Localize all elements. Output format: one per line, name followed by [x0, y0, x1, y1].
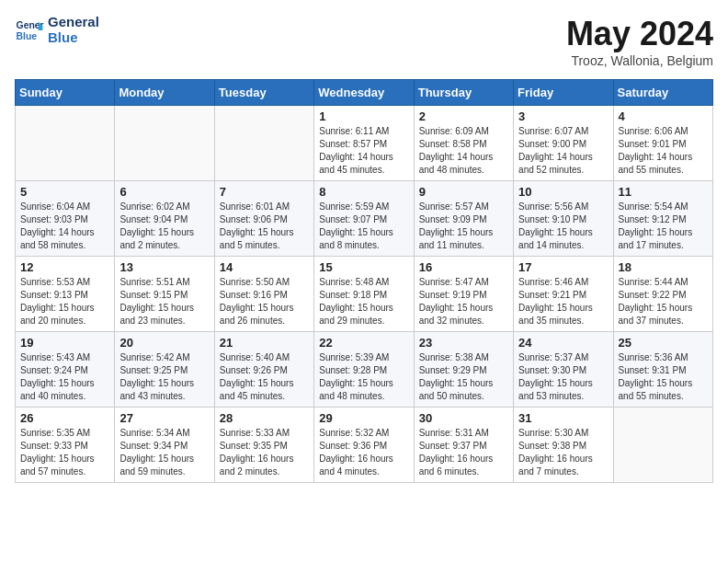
calendar-cell: 26Sunrise: 5:35 AMSunset: 9:33 PMDayligh…	[16, 408, 115, 483]
calendar-cell: 12Sunrise: 5:53 AMSunset: 9:13 PMDayligh…	[16, 257, 115, 332]
calendar-cell: 16Sunrise: 5:47 AMSunset: 9:19 PMDayligh…	[414, 257, 513, 332]
day-info: Sunrise: 6:06 AMSunset: 9:01 PMDaylight:…	[619, 125, 708, 177]
calendar-week-2: 5Sunrise: 6:04 AMSunset: 9:03 PMDaylight…	[16, 181, 713, 257]
day-info: Sunrise: 5:40 AMSunset: 9:26 PMDaylight:…	[220, 351, 309, 403]
calendar-cell: 6Sunrise: 6:02 AMSunset: 9:04 PMDaylight…	[115, 181, 214, 257]
day-number: 2	[419, 109, 508, 123]
day-info: Sunrise: 5:51 AMSunset: 9:15 PMDaylight:…	[119, 276, 209, 327]
calendar-cell	[115, 106, 214, 181]
calendar-cell	[214, 106, 313, 181]
day-number: 17	[518, 260, 608, 274]
day-number: 26	[20, 411, 109, 425]
calendar-cell: 22Sunrise: 5:39 AMSunset: 9:28 PMDayligh…	[314, 332, 414, 408]
day-info: Sunrise: 5:30 AMSunset: 9:38 PMDaylight:…	[518, 427, 608, 478]
day-number: 21	[220, 336, 309, 350]
calendar-cell: 18Sunrise: 5:44 AMSunset: 9:22 PMDayligh…	[613, 257, 712, 332]
day-info: Sunrise: 6:07 AMSunset: 9:00 PMDaylight:…	[518, 125, 608, 177]
day-info: Sunrise: 5:59 AMSunset: 9:07 PMDaylight:…	[319, 201, 408, 252]
calendar-week-1: 1Sunrise: 6:11 AMSunset: 8:57 PMDaylight…	[16, 106, 713, 181]
day-number: 15	[319, 260, 408, 274]
calendar-cell	[613, 408, 712, 483]
header-monday: Monday	[115, 80, 214, 106]
calendar-week-3: 12Sunrise: 5:53 AMSunset: 9:13 PMDayligh…	[16, 257, 713, 332]
day-info: Sunrise: 5:47 AMSunset: 9:19 PMDaylight:…	[419, 276, 508, 327]
calendar-week-5: 26Sunrise: 5:35 AMSunset: 9:33 PMDayligh…	[16, 408, 713, 483]
day-info: Sunrise: 5:43 AMSunset: 9:24 PMDaylight:…	[20, 351, 109, 403]
calendar-cell: 24Sunrise: 5:37 AMSunset: 9:30 PMDayligh…	[514, 332, 613, 408]
calendar-cell: 5Sunrise: 6:04 AMSunset: 9:03 PMDaylight…	[16, 181, 115, 257]
day-info: Sunrise: 5:50 AMSunset: 9:16 PMDaylight:…	[220, 276, 309, 327]
day-number: 13	[119, 260, 209, 274]
day-info: Sunrise: 6:04 AMSunset: 9:03 PMDaylight:…	[20, 201, 109, 252]
day-number: 18	[619, 260, 708, 274]
calendar-cell: 1Sunrise: 6:11 AMSunset: 8:57 PMDaylight…	[314, 106, 414, 181]
header-tuesday: Tuesday	[214, 80, 313, 106]
calendar-week-4: 19Sunrise: 5:43 AMSunset: 9:24 PMDayligh…	[16, 332, 713, 408]
calendar-cell: 27Sunrise: 5:34 AMSunset: 9:34 PMDayligh…	[115, 408, 214, 483]
day-info: Sunrise: 5:54 AMSunset: 9:12 PMDaylight:…	[619, 201, 708, 252]
logo-icon: General Blue	[15, 16, 44, 45]
day-number: 27	[119, 411, 209, 425]
day-info: Sunrise: 6:02 AMSunset: 9:04 PMDaylight:…	[119, 201, 209, 252]
day-info: Sunrise: 5:31 AMSunset: 9:37 PMDaylight:…	[419, 427, 508, 478]
calendar-cell: 19Sunrise: 5:43 AMSunset: 9:24 PMDayligh…	[16, 332, 115, 408]
logo: General Blue General Blue	[15, 15, 99, 45]
calendar-cell: 9Sunrise: 5:57 AMSunset: 9:09 PMDaylight…	[414, 181, 513, 257]
calendar-cell: 29Sunrise: 5:32 AMSunset: 9:36 PMDayligh…	[314, 408, 414, 483]
day-info: Sunrise: 5:42 AMSunset: 9:25 PMDaylight:…	[119, 351, 209, 403]
day-number: 28	[220, 411, 309, 425]
day-info: Sunrise: 6:11 AMSunset: 8:57 PMDaylight:…	[319, 125, 408, 177]
day-info: Sunrise: 5:32 AMSunset: 9:36 PMDaylight:…	[319, 427, 408, 478]
calendar-header-row: Sunday Monday Tuesday Wednesday Thursday…	[16, 80, 713, 106]
calendar-cell: 10Sunrise: 5:56 AMSunset: 9:10 PMDayligh…	[514, 181, 613, 257]
calendar-cell: 2Sunrise: 6:09 AMSunset: 8:58 PMDaylight…	[414, 106, 513, 181]
calendar-cell: 23Sunrise: 5:38 AMSunset: 9:29 PMDayligh…	[414, 332, 513, 408]
day-info: Sunrise: 5:36 AMSunset: 9:31 PMDaylight:…	[619, 351, 708, 403]
day-number: 1	[319, 109, 408, 123]
day-number: 9	[419, 185, 508, 199]
month-title: May 2024	[566, 15, 713, 53]
day-info: Sunrise: 5:56 AMSunset: 9:10 PMDaylight:…	[518, 201, 608, 252]
calendar-cell: 15Sunrise: 5:48 AMSunset: 9:18 PMDayligh…	[314, 257, 414, 332]
day-number: 11	[619, 185, 708, 199]
calendar-cell: 17Sunrise: 5:46 AMSunset: 9:21 PMDayligh…	[514, 257, 613, 332]
day-info: Sunrise: 5:37 AMSunset: 9:30 PMDaylight:…	[518, 351, 608, 403]
logo-text-blue: Blue	[48, 30, 99, 46]
logo-text-general: General	[48, 15, 99, 30]
calendar-cell: 8Sunrise: 5:59 AMSunset: 9:07 PMDaylight…	[314, 181, 414, 257]
day-number: 5	[20, 185, 109, 199]
header-thursday: Thursday	[414, 80, 513, 106]
header-wednesday: Wednesday	[314, 80, 414, 106]
calendar-cell: 31Sunrise: 5:30 AMSunset: 9:38 PMDayligh…	[514, 408, 613, 483]
day-info: Sunrise: 5:46 AMSunset: 9:21 PMDaylight:…	[518, 276, 608, 327]
svg-text:Blue: Blue	[17, 30, 38, 40]
day-number: 14	[220, 260, 309, 274]
day-number: 16	[419, 260, 508, 274]
day-info: Sunrise: 5:44 AMSunset: 9:22 PMDaylight:…	[619, 276, 708, 327]
svg-marker-3	[39, 26, 43, 30]
day-info: Sunrise: 6:01 AMSunset: 9:06 PMDaylight:…	[220, 201, 309, 252]
day-number: 23	[419, 336, 508, 350]
day-number: 20	[119, 336, 209, 350]
calendar-cell: 20Sunrise: 5:42 AMSunset: 9:25 PMDayligh…	[115, 332, 214, 408]
header-sunday: Sunday	[16, 80, 115, 106]
day-info: Sunrise: 5:39 AMSunset: 9:28 PMDaylight:…	[319, 351, 408, 403]
day-info: Sunrise: 5:48 AMSunset: 9:18 PMDaylight:…	[319, 276, 408, 327]
day-info: Sunrise: 5:35 AMSunset: 9:33 PMDaylight:…	[20, 427, 109, 478]
day-number: 25	[619, 336, 708, 350]
day-number: 19	[20, 336, 109, 350]
day-number: 10	[518, 185, 608, 199]
day-number: 12	[20, 260, 109, 274]
day-number: 4	[619, 109, 708, 123]
day-number: 31	[518, 411, 608, 425]
calendar-cell: 3Sunrise: 6:07 AMSunset: 9:00 PMDaylight…	[514, 106, 613, 181]
calendar-cell: 11Sunrise: 5:54 AMSunset: 9:12 PMDayligh…	[613, 181, 712, 257]
location-text: Trooz, Wallonia, Belgium	[566, 53, 713, 68]
day-number: 3	[518, 109, 608, 123]
calendar-cell: 14Sunrise: 5:50 AMSunset: 9:16 PMDayligh…	[214, 257, 313, 332]
title-area: May 2024 Trooz, Wallonia, Belgium	[566, 15, 713, 68]
day-number: 22	[319, 336, 408, 350]
day-info: Sunrise: 5:33 AMSunset: 9:35 PMDaylight:…	[220, 427, 309, 478]
day-number: 29	[319, 411, 408, 425]
calendar-cell: 13Sunrise: 5:51 AMSunset: 9:15 PMDayligh…	[115, 257, 214, 332]
